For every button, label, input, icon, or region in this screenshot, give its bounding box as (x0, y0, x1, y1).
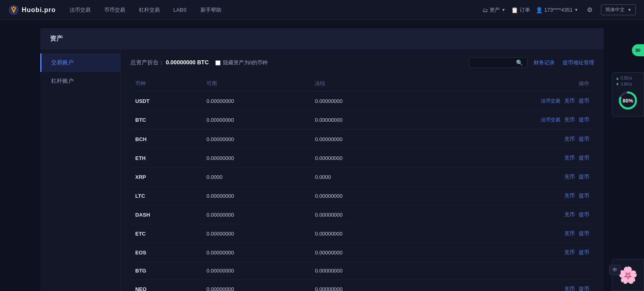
speed-up-row: ▲ 0.5K/s (615, 76, 640, 80)
coin-name: BTC (135, 117, 146, 123)
fiat-link[interactable]: 法币交易 (541, 98, 560, 104)
coin-name: ETC (135, 231, 146, 237)
cell-actions: 充币提币 (419, 243, 594, 262)
cell-coin-dash: DASH (130, 205, 202, 224)
withdraw-link[interactable]: 提币 (579, 136, 589, 142)
coin-name: USDT (135, 98, 149, 104)
table-row: XRP0.00000.0000充币提币 (130, 168, 594, 186)
logo[interactable]: Huobi.pro (8, 4, 56, 16)
speed-up-value: 0.5K/s (621, 76, 632, 80)
cell-frozen: 0.00000000 (310, 280, 418, 291)
charge-link[interactable]: 充币 (564, 98, 575, 104)
withdraw-link[interactable]: 提币 (579, 249, 589, 255)
finance-records-link[interactable]: 财务记录 (534, 59, 555, 66)
cell-actions: 充币提币 (419, 280, 594, 291)
cell-frozen: 0.00000000 (310, 149, 418, 168)
cell-available: 0.00000000 (202, 205, 310, 224)
cell-actions: 充币提币 (419, 149, 594, 168)
hide-zero-input[interactable] (215, 60, 221, 66)
user-icon: 👤 (536, 7, 543, 13)
table-row: DASH0.000000000.00000000充币提币 (130, 205, 594, 224)
withdraw-link[interactable]: 提币 (579, 193, 589, 199)
table-row: NEO0.000000000.00000000充币提币 (130, 280, 594, 291)
charge-link[interactable]: 充币 (564, 249, 575, 255)
svg-point-1 (13, 6, 14, 8)
settings-btn[interactable]: ⚙ (584, 4, 595, 16)
nav-labs[interactable]: LABS (168, 0, 192, 20)
nav-help[interactable]: 新手帮助 (195, 0, 227, 20)
table-row: LTC0.000000000.00000000充币提币 (130, 186, 594, 205)
cell-available: 0.00000000 (202, 186, 310, 205)
fiat-link[interactable]: 法币交易 (541, 117, 560, 123)
cell-frozen: 0.00000000 (310, 262, 418, 280)
cell-frozen: 0.00000000 (310, 224, 418, 243)
circle-text: 80% (623, 98, 633, 104)
page-title-bar: 资产 (40, 28, 604, 49)
cell-actions (419, 262, 594, 280)
cell-coin-btc: BTC (130, 111, 202, 129)
total-label: 总资产折合： (130, 59, 164, 66)
cell-frozen: 0.00000000 (310, 111, 418, 129)
charge-link[interactable]: 充币 (564, 286, 575, 291)
sidebar-item-margin[interactable]: 杠杆账户 (40, 72, 120, 90)
th-frozen: 冻结 (310, 76, 418, 92)
coin-name: BCH (135, 136, 147, 142)
withdraw-link[interactable]: 提币 (579, 117, 589, 123)
withdraw-link[interactable]: 提币 (579, 211, 589, 217)
cell-coin-ltc: LTC (130, 186, 202, 205)
sidebar-item-trade[interactable]: 交易账户 (40, 53, 120, 72)
charge-link[interactable]: 充币 (564, 211, 575, 217)
search-box[interactable]: 🔍 (469, 57, 527, 68)
nav-fabi[interactable]: 法币交易 (64, 0, 96, 20)
charge-link[interactable]: 充币 (564, 136, 575, 142)
coin-name: EOS (135, 250, 146, 256)
orders-label: 订单 (520, 6, 530, 14)
withdraw-manage-link[interactable]: 提币地址管理 (563, 59, 594, 66)
withdraw-link[interactable]: 提币 (579, 155, 589, 161)
logo-text: Huobi.pro (22, 6, 56, 14)
table-row: ETC0.000000000.00000000充币提币 (130, 224, 594, 243)
char-badge[interactable]: 中 (609, 265, 621, 275)
hide-zero-checkbox[interactable]: 隐藏资产为0的币种 (215, 59, 268, 66)
charge-link[interactable]: 充币 (564, 230, 575, 236)
withdraw-link[interactable]: 提币 (579, 286, 589, 291)
table-row: BTC0.000000000.00000000法币交易充币提币 (130, 111, 594, 129)
coin-name: ETH (135, 155, 146, 161)
user-chevron-icon: ▼ (574, 8, 578, 12)
hide-zero-label: 隐藏资产为0的币种 (223, 59, 268, 66)
lang-btn[interactable]: 简体中文 ▼ (601, 4, 636, 15)
charge-link[interactable]: 充币 (564, 193, 575, 199)
nav-links: 法币交易 币币交易 杠杆交易 LABS 新手帮助 (64, 0, 483, 20)
cell-available: 0.00000000 (202, 130, 310, 149)
withdraw-link[interactable]: 提币 (579, 174, 589, 180)
nav-bibi[interactable]: 币币交易 (99, 0, 131, 20)
cell-coin-eth: ETH (130, 149, 202, 168)
cell-available: 0.00000000 (202, 149, 310, 168)
cell-frozen: 0.00000000 (310, 243, 418, 262)
cell-actions: 法币交易充币提币 (419, 111, 594, 129)
orders-nav-btn[interactable]: 📋 订单 (511, 6, 530, 14)
withdraw-link[interactable]: 提币 (579, 98, 589, 104)
char-widget[interactable]: 🌸 (612, 259, 644, 291)
user-nav-btn[interactable]: 👤 173****4351 ▼ (536, 7, 578, 13)
table-row: USDT0.000000000.00000000法币交易充币提币 (130, 92, 594, 111)
search-input[interactable] (473, 60, 514, 66)
charge-link[interactable]: 充币 (564, 117, 575, 123)
orders-icon: 📋 (511, 7, 518, 13)
coin-name: XRP (135, 174, 146, 180)
user-label: 173****4351 (544, 7, 573, 13)
right-links: 财务记录 提币地址管理 (534, 59, 594, 66)
assets-nav-btn[interactable]: 🗂 资产 ▼ (482, 6, 506, 14)
lang-label: 简体中文 (605, 7, 625, 12)
charge-link[interactable]: 充币 (564, 155, 575, 161)
table-row: EOS0.000000000.00000000充币提币 (130, 243, 594, 262)
coin-name: NEO (135, 286, 147, 291)
sidebar-item-margin-label: 杠杆账户 (51, 78, 74, 84)
notif-dot[interactable]: 80 (632, 44, 644, 56)
down-arrow-icon: ▼ (615, 82, 619, 86)
lang-chevron-icon: ▼ (627, 8, 632, 12)
withdraw-link[interactable]: 提币 (579, 230, 589, 236)
table-row: BTG0.000000000.00000000 (130, 262, 594, 280)
nav-gangang[interactable]: 杠杆交易 (133, 0, 165, 20)
charge-link[interactable]: 充币 (564, 174, 575, 180)
